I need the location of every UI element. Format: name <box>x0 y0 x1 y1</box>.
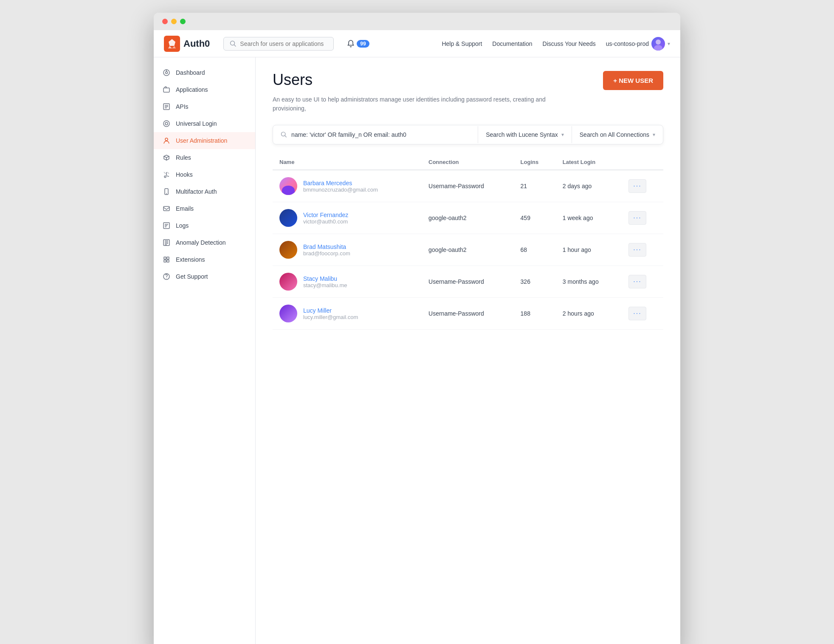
cell-latest-login-barbara: 2 days ago <box>556 170 622 202</box>
search-icon <box>230 40 237 47</box>
svg-point-5 <box>166 72 168 74</box>
new-user-button[interactable]: + NEW USER <box>603 71 663 90</box>
auth0-logo-icon <box>164 36 180 52</box>
table-row: Victor Fernandez victor@auth0.com google… <box>273 202 663 234</box>
emails-icon <box>162 204 171 213</box>
cell-logins-victor: 459 <box>514 202 556 234</box>
cell-name-stacy: Stacy Malibu stacy@malibu.me <box>273 266 422 298</box>
filter-bar: Search with Lucene Syntax ▾ Search on Al… <box>273 125 663 144</box>
logs-icon <box>162 221 171 230</box>
more-button-stacy[interactable]: ··· <box>628 275 646 288</box>
connections-dropdown[interactable]: Search on All Connections ▾ <box>572 125 663 144</box>
sidebar-item-emails[interactable]: Emails <box>154 200 255 217</box>
cell-name-brad: Brad Matsushita brad@foocorp.com <box>273 234 422 266</box>
svg-point-13 <box>165 138 168 141</box>
svg-rect-7 <box>163 88 169 92</box>
svg-point-14 <box>164 176 166 178</box>
sidebar-item-apis[interactable]: APIs <box>154 98 255 115</box>
logo-area[interactable]: Auth0 <box>164 36 210 52</box>
apis-icon <box>162 102 171 111</box>
fullscreen-dot[interactable] <box>180 19 186 24</box>
notifications[interactable]: 99 <box>347 40 369 48</box>
user-avatar-barbara <box>279 177 297 195</box>
sidebar-item-multifactor-label: Multifactor Auth <box>176 188 217 195</box>
cell-name-victor: Victor Fernandez victor@auth0.com <box>273 202 422 234</box>
sidebar-item-anomaly[interactable]: Anomaly Detection <box>154 234 255 251</box>
sidebar-item-multifactor[interactable]: Multifactor Auth <box>154 183 255 200</box>
user-name-link-barbara[interactable]: Barbara Mercedes <box>303 180 378 186</box>
cell-actions-brad: ··· <box>622 234 663 266</box>
main-content: Users + NEW USER An easy to use UI to he… <box>256 57 680 644</box>
cell-connection-barbara: Username-Password <box>422 170 514 202</box>
svg-rect-17 <box>163 206 169 211</box>
close-dot[interactable] <box>162 19 168 24</box>
cell-connection-lucy: Username-Password <box>422 298 514 330</box>
sidebar-item-extensions[interactable]: Extensions <box>154 251 255 268</box>
filter-search-input[interactable] <box>291 131 470 138</box>
svg-point-12 <box>163 121 169 127</box>
logo-text: Auth0 <box>183 38 210 49</box>
title-bar <box>154 13 680 30</box>
sidebar-item-dashboard-label: Dashboard <box>176 69 205 76</box>
user-email-stacy: stacy@malibu.me <box>303 282 347 288</box>
user-administration-icon <box>162 136 171 145</box>
sidebar-item-get-support[interactable]: Get Support <box>154 268 255 285</box>
sidebar-item-extensions-label: Extensions <box>176 256 205 263</box>
nav-links: Help & Support Documentation Discuss You… <box>442 37 670 51</box>
minimize-dot[interactable] <box>171 19 177 24</box>
user-name-link-lucy[interactable]: Lucy Miller <box>303 307 358 314</box>
page-header: Users + NEW USER <box>273 71 663 90</box>
get-support-icon <box>162 272 171 281</box>
sidebar-item-logs[interactable]: Logs <box>154 217 255 234</box>
user-tenant-area[interactable]: us-contoso-prod ▾ <box>606 37 670 51</box>
extensions-icon <box>162 255 171 264</box>
user-name-link-stacy[interactable]: Stacy Malibu <box>303 275 347 282</box>
global-search-input[interactable] <box>240 40 325 47</box>
applications-icon <box>162 85 171 94</box>
cell-logins-stacy: 326 <box>514 266 556 298</box>
cell-actions-lucy: ··· <box>622 298 663 330</box>
universal-login-icon <box>162 119 171 128</box>
sidebar-item-user-administration[interactable]: User Administration <box>154 132 255 149</box>
sidebar-item-rules[interactable]: Rules <box>154 149 255 166</box>
more-button-barbara[interactable]: ··· <box>628 179 646 193</box>
table-row: Stacy Malibu stacy@malibu.me Username-Pa… <box>273 266 663 298</box>
svg-rect-28 <box>167 257 169 259</box>
connections-chevron-icon: ▾ <box>653 132 655 138</box>
tenant-name: us-contoso-prod <box>606 40 649 47</box>
more-button-victor[interactable]: ··· <box>628 211 646 225</box>
user-email-brad: brad@foocorp.com <box>303 250 350 257</box>
top-nav: Auth0 99 Help & Support Documentation Di… <box>154 30 680 57</box>
global-search[interactable] <box>223 37 334 51</box>
help-support-link[interactable]: Help & Support <box>442 40 482 47</box>
user-name-link-victor[interactable]: Victor Fernandez <box>303 212 348 218</box>
svg-rect-27 <box>164 257 166 259</box>
more-button-lucy[interactable]: ··· <box>628 307 646 320</box>
anomaly-icon <box>162 238 171 247</box>
col-connection: Connection <box>422 155 514 170</box>
cell-latest-login-stacy: 3 months ago <box>556 266 622 298</box>
user-email-lucy: lucy.miller@gmail.com <box>303 314 358 320</box>
sidebar-item-applications[interactable]: Applications <box>154 81 255 98</box>
page-description: An easy to use UI to help administrators… <box>273 95 578 113</box>
sidebar-item-emails-label: Emails <box>176 205 194 212</box>
notification-count: 99 <box>357 40 369 48</box>
documentation-link[interactable]: Documentation <box>492 40 532 47</box>
user-email-victor: victor@auth0.com <box>303 218 348 225</box>
svg-rect-29 <box>164 260 166 262</box>
sidebar-item-user-administration-label: User Administration <box>176 137 227 144</box>
sidebar-item-apis-label: APIs <box>176 103 189 110</box>
sidebar-item-universal-login[interactable]: Universal Login <box>154 115 255 132</box>
col-actions <box>622 155 663 170</box>
sidebar-item-hooks[interactable]: Hooks <box>154 166 255 183</box>
syntax-dropdown[interactable]: Search with Lucene Syntax ▾ <box>478 125 572 144</box>
filter-search-area[interactable] <box>273 125 478 144</box>
syntax-dropdown-label: Search with Lucene Syntax <box>486 131 558 138</box>
col-logins: Logins <box>514 155 556 170</box>
dashboard-icon <box>162 68 171 77</box>
table-body: Barbara Mercedes bmmunozcruzado@gmail.co… <box>273 170 663 330</box>
discuss-link[interactable]: Discuss Your Needs <box>543 40 596 47</box>
user-name-link-brad[interactable]: Brad Matsushita <box>303 243 350 250</box>
sidebar-item-dashboard[interactable]: Dashboard <box>154 64 255 81</box>
more-button-brad[interactable]: ··· <box>628 243 646 257</box>
